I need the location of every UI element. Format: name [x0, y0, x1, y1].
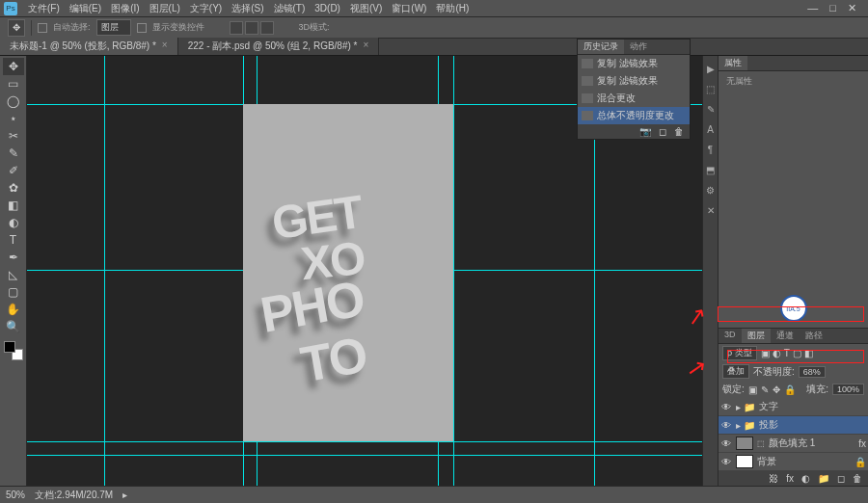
layer-item[interactable]: 👁 ▸ 📁 文字 [719, 398, 868, 416]
annotation-highlight [727, 350, 864, 363]
history-item[interactable]: 混合更改 [578, 90, 690, 107]
document-tab[interactable]: 222 - 副本.psd @ 50% (组 2, RGB/8#) *× [178, 38, 380, 55]
chevron-right-icon[interactable]: ▸ [122, 490, 127, 500]
lock-icon[interactable]: ✥ [773, 384, 780, 395]
marquee-tool[interactable]: ▭ [3, 75, 24, 93]
fg-color[interactable] [4, 341, 15, 353]
delete-icon[interactable]: 🗑 [674, 126, 684, 137]
auto-select-dropdown[interactable]: 图层 [96, 19, 131, 36]
layer-item[interactable]: 👁 背景 🔒 [719, 453, 868, 471]
menu-filter[interactable]: 滤镜(T) [269, 2, 311, 15]
move-tool[interactable]: ✥ [3, 58, 24, 75]
panel-icon[interactable]: ⚙ [706, 185, 715, 196]
align-icon[interactable] [230, 21, 243, 35]
layer-item[interactable]: 👁 ⬚ 颜色填充 1 fx [719, 435, 868, 453]
new-layer-icon[interactable]: ◻ [837, 473, 845, 484]
type-tool[interactable]: T [3, 231, 24, 249]
document-tab[interactable]: 未标题-1 @ 50% (投影, RGB/8#) *× [0, 38, 178, 55]
snapshot-icon[interactable]: 📷 [639, 126, 651, 137]
zoom-level[interactable]: 50% [6, 490, 25, 500]
visibility-icon[interactable]: 👁 [720, 402, 732, 412]
new-state-icon[interactable]: ◻ [659, 126, 666, 137]
fx-icon[interactable]: fx [858, 438, 866, 449]
opacity-input[interactable]: 68% [799, 366, 826, 378]
stamp-tool[interactable]: ✿ [3, 179, 24, 197]
brush-tool[interactable]: ✐ [3, 162, 24, 179]
menu-image[interactable]: 图像(I) [106, 2, 144, 15]
guide[interactable] [27, 441, 702, 442]
panel-icon[interactable]: ✕ [707, 205, 715, 216]
wand-tool[interactable]: ⋆ [3, 110, 24, 127]
menu-view[interactable]: 视图(V) [345, 2, 387, 15]
visibility-icon[interactable]: 👁 [720, 457, 732, 467]
hand-tool[interactable]: ✋ [3, 301, 24, 318]
link-layers-icon[interactable]: ⛓ [769, 473, 778, 484]
fill-label: 填充: [806, 383, 828, 396]
delete-icon[interactable]: 🗑 [853, 473, 862, 484]
actions-tab[interactable]: 动作 [624, 40, 653, 54]
history-item[interactable]: 复制 滤镜效果 [578, 72, 690, 90]
tab-paths[interactable]: 路径 [800, 329, 828, 343]
lock-icon[interactable]: 🔒 [784, 384, 796, 395]
menu-window[interactable]: 窗口(W) [387, 2, 431, 15]
crop-tool[interactable]: ✂ [3, 127, 24, 145]
lock-icon[interactable]: ✎ [761, 384, 769, 395]
pen-tool[interactable]: ✒ [3, 249, 24, 266]
panel-icon[interactable]: ✎ [707, 104, 715, 115]
tab-layers[interactable]: 图层 [742, 329, 771, 343]
align-icon[interactable] [260, 21, 274, 35]
menu-edit[interactable]: 编辑(E) [65, 2, 106, 15]
align-icon[interactable] [245, 21, 258, 35]
color-swatches[interactable] [4, 341, 23, 360]
blend-mode-dropdown[interactable]: 叠加 [722, 364, 749, 379]
panel-icon[interactable]: ▶ [707, 64, 715, 74]
guide[interactable] [27, 455, 702, 456]
window-maximize[interactable]: □ [829, 2, 836, 14]
menu-file[interactable]: 文件(F) [23, 2, 65, 15]
gradient-tool[interactable]: ◐ [3, 214, 24, 231]
show-transform-checkbox[interactable] [137, 23, 147, 33]
eyedropper-tool[interactable]: ✎ [3, 145, 24, 162]
fill-input[interactable]: 100% [832, 384, 864, 395]
panel-icon[interactable]: ⬒ [706, 165, 715, 175]
guide[interactable] [453, 56, 454, 486]
panel-icon[interactable]: ⬚ [706, 84, 715, 94]
layer-item[interactable]: 👁 ▸ 📁 投影 [719, 416, 868, 435]
layers-footer: ⛓ fx ◐ 📁 ◻ 🗑 [719, 471, 868, 486]
collapsed-panels: ▶ ⬚ ✎ A ¶ ⬒ ⚙ ✕ [702, 56, 718, 486]
window-minimize[interactable]: — [807, 2, 818, 14]
properties-tab[interactable]: 属性 [719, 56, 747, 70]
history-tab[interactable]: 历史记录 [578, 40, 624, 54]
guide[interactable] [104, 56, 105, 486]
fx-icon[interactable]: fx [786, 473, 794, 484]
window-close[interactable]: ✕ [848, 2, 856, 14]
history-item[interactable]: 复制 滤镜效果 [578, 55, 690, 72]
move-tool-icon[interactable]: ✥ [8, 19, 25, 37]
close-tab-icon[interactable]: × [162, 40, 168, 53]
menu-type[interactable]: 文字(Y) [185, 2, 227, 15]
history-item[interactable]: 总体不透明度更改 [578, 107, 690, 124]
panel-icon[interactable]: ¶ [708, 145, 713, 155]
options-bar: ✥ 自动选择: 图层 显示变换控件 3D模式: [0, 17, 868, 39]
lasso-tool[interactable]: ◯ [3, 93, 24, 110]
panel-icon[interactable]: A [707, 124, 714, 135]
tab-channels[interactable]: 通道 [771, 329, 800, 343]
menu-3d[interactable]: 3D(D) [310, 3, 345, 13]
close-tab-icon[interactable]: × [363, 40, 368, 53]
menu-select[interactable]: 选择(S) [227, 2, 268, 15]
path-tool[interactable]: ◺ [3, 266, 24, 283]
zoom-tool[interactable]: 🔍 [3, 318, 24, 335]
visibility-icon[interactable]: 👁 [720, 420, 732, 431]
tab-3d[interactable]: 3D [719, 329, 742, 343]
lock-icon: 🔒 [854, 457, 866, 467]
lock-icon[interactable]: ▣ [748, 384, 757, 395]
visibility-icon[interactable]: 👁 [720, 438, 732, 449]
auto-select-checkbox[interactable] [38, 23, 47, 33]
menu-help[interactable]: 帮助(H) [431, 2, 474, 15]
menu-layer[interactable]: 图层(L) [145, 2, 185, 15]
shape-tool[interactable]: ▢ [3, 283, 24, 301]
eraser-tool[interactable]: ◧ [3, 197, 24, 214]
doc-size[interactable]: 文档:2.94M/20.7M [35, 489, 113, 502]
mask-icon[interactable]: ◐ [801, 473, 810, 484]
new-group-icon[interactable]: 📁 [818, 473, 829, 484]
